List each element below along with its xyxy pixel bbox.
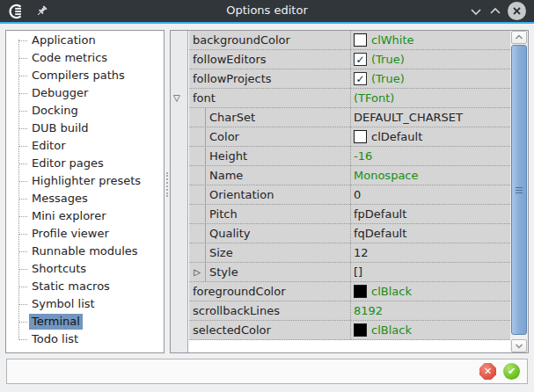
dialog-footer: ✕ ✔ — [6, 359, 528, 384]
property-row-scrollbacklines[interactable]: scrollbackLines8192 — [189, 301, 510, 321]
property-value-cell[interactable]: ✓(True) — [350, 50, 510, 69]
tree-item-label: Application — [29, 33, 99, 48]
scroll-up-button[interactable] — [511, 31, 527, 44]
tree-item-label: DUB build — [29, 120, 91, 136]
tree-item-label: Debugger — [29, 85, 91, 101]
property-value-cell[interactable]: ✓(True) — [350, 69, 510, 88]
property-row-followeditors[interactable]: followEditors✓(True) — [189, 50, 510, 69]
tree-item-shortcuts[interactable]: Shortcuts — [6, 260, 164, 278]
property-value-cell[interactable]: fpDefault — [350, 205, 510, 223]
property-value-label: fpDefault — [354, 207, 406, 221]
property-row-size[interactable]: Size12 — [189, 243, 510, 263]
property-name-label: Orientation — [206, 188, 274, 201]
tree-item-docking[interactable]: Docking — [6, 102, 164, 120]
property-row-charset[interactable]: CharSetDEFAULT_CHARSET — [189, 108, 510, 127]
color-swatch[interactable] — [354, 33, 367, 47]
property-value-cell[interactable]: clBlack — [350, 321, 510, 339]
tree-item-highlighter-presets[interactable]: Highlighter presets — [6, 172, 164, 190]
property-value-label: [] — [354, 265, 362, 279]
property-value-label: Monospace — [354, 169, 419, 182]
options-category-tree[interactable]: ApplicationCode metricsCompilers pathsDe… — [5, 30, 165, 353]
checkbox-checked-icon[interactable]: ✓ — [354, 53, 367, 66]
tree-item-mini-explorer[interactable]: Mini explorer — [6, 207, 164, 225]
close-icon[interactable] — [508, 2, 526, 20]
vertical-scrollbar[interactable] — [510, 31, 528, 352]
chevron-up-icon[interactable] — [488, 7, 502, 16]
property-value-cell[interactable]: fqDefault — [350, 224, 510, 243]
property-name-label: Color — [206, 130, 239, 143]
property-name-cell: backgroundColor — [189, 31, 350, 49]
property-value-cell[interactable]: clDefault — [350, 127, 510, 146]
tree-item-debugger[interactable]: Debugger — [6, 84, 164, 102]
tree-item-dub-build[interactable]: DUB build — [6, 120, 164, 137]
tree-item-profile-viewer[interactable]: Profile viewer — [6, 225, 164, 243]
property-value-cell[interactable]: (TFont) — [350, 89, 510, 107]
property-row-orientation[interactable]: Orientation0 — [189, 185, 510, 205]
property-row-followprojects[interactable]: followProjects✓(True) — [189, 69, 510, 89]
property-row-selectedcolor[interactable]: selectedColorclBlack — [189, 321, 510, 340]
indent-guide — [189, 185, 206, 204]
property-value-cell[interactable]: DEFAULT_CHARSET — [350, 108, 510, 127]
tree-item-code-metrics[interactable]: Code metrics — [6, 49, 164, 67]
scrollbar-thumb[interactable] — [511, 45, 527, 335]
property-row-quality[interactable]: QualityfqDefault — [189, 224, 510, 243]
property-value-cell[interactable]: Monospace — [350, 166, 510, 185]
expand-arrow-icon[interactable]: ▷ — [194, 268, 201, 277]
property-name-cell: followEditors — [189, 50, 350, 69]
property-value-cell[interactable]: clWhite — [350, 31, 510, 49]
property-row-height[interactable]: Height-16 — [189, 147, 510, 166]
property-value-cell[interactable]: 8192 — [350, 301, 510, 320]
checkbox-checked-icon[interactable]: ✓ — [354, 72, 367, 85]
tree-item-todo-list[interactable]: Todo list — [6, 330, 164, 348]
collapse-arrow-icon[interactable]: ▽ — [173, 94, 180, 103]
property-row-style[interactable]: ▷Style[] — [189, 263, 510, 282]
color-swatch[interactable] — [354, 130, 367, 143]
property-row-backgroundcolor[interactable]: backgroundColorclWhite — [189, 31, 510, 50]
property-name-label: Pitch — [206, 207, 238, 221]
property-name-label: foregroundColor — [189, 285, 286, 298]
property-row-color[interactable]: ColorclDefault — [189, 127, 510, 147]
tree-item-label: Editor pages — [29, 156, 106, 171]
property-value-cell[interactable]: -16 — [350, 147, 510, 165]
property-value-cell[interactable]: clBlack — [350, 282, 510, 301]
titlebar[interactable]: Options editor — [0, 0, 534, 22]
tree-item-terminal[interactable]: Terminal — [6, 313, 164, 330]
property-row-foregroundcolor[interactable]: foregroundColorclBlack — [189, 282, 510, 301]
property-value-label: fqDefault — [354, 227, 406, 240]
indent-guide — [189, 127, 206, 146]
property-row-font[interactable]: ▽font(TFont) — [189, 89, 510, 108]
accept-button[interactable]: ✔ — [503, 363, 520, 380]
property-value-label: (True) — [371, 53, 405, 66]
property-name-label: Quality — [206, 227, 250, 240]
property-name-cell: Color — [189, 127, 350, 146]
tree-item-static-macros[interactable]: Static macros — [6, 278, 164, 295]
color-swatch[interactable] — [354, 323, 367, 337]
indent-guide — [189, 205, 206, 223]
cancel-button[interactable]: ✕ — [479, 363, 496, 380]
property-row-pitch[interactable]: PitchfpDefault — [189, 205, 510, 224]
chevron-down-icon[interactable] — [469, 7, 483, 16]
scroll-down-button[interactable] — [511, 339, 527, 352]
property-name-label: selectedColor — [189, 323, 271, 337]
tree-item-compilers-paths[interactable]: Compilers paths — [6, 67, 164, 84]
tree-item-editor-pages[interactable]: Editor pages — [6, 155, 164, 172]
property-value-cell[interactable]: [] — [350, 263, 510, 281]
property-row-name[interactable]: NameMonospace — [189, 166, 510, 185]
property-value-cell[interactable]: 0 — [350, 185, 510, 204]
color-swatch[interactable] — [354, 285, 367, 298]
indent-guide — [189, 224, 206, 243]
tree-item-runnable-modules[interactable]: Runnable modules — [6, 243, 164, 260]
property-value-cell[interactable]: 12 — [350, 243, 510, 262]
property-name-cell: Pitch — [189, 205, 350, 223]
tree-item-messages[interactable]: Messages — [6, 190, 164, 207]
property-value-label: clWhite — [371, 33, 414, 47]
tree-item-label: Highlighter presets — [29, 173, 143, 189]
property-grid[interactable]: backgroundColorclWhitefollowEditors✓(Tru… — [170, 30, 529, 353]
tree-item-symbol-list[interactable]: Symbol list — [6, 295, 164, 313]
indent-guide — [189, 108, 206, 127]
tree-item-editor[interactable]: Editor — [6, 137, 164, 155]
property-value-label: clBlack — [371, 323, 412, 337]
tree-item-application[interactable]: Application — [6, 32, 164, 49]
property-name-label: backgroundColor — [189, 33, 290, 47]
property-value-label: clBlack — [371, 285, 412, 298]
